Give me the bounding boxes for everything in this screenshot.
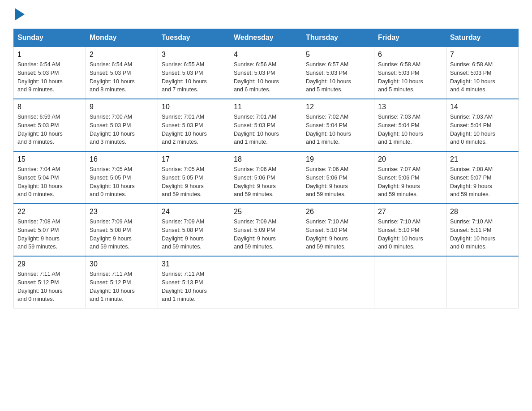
day-info: Sunrise: 6:57 AMSunset: 5:03 PMDaylight:… <box>306 60 370 94</box>
day-number: 24 <box>162 208 226 216</box>
day-number: 3 <box>162 51 226 59</box>
calendar-cell: 24 Sunrise: 7:09 AMSunset: 5:08 PMDaylig… <box>158 204 230 256</box>
logo <box>13 9 25 21</box>
day-info: Sunrise: 7:10 AMSunset: 5:10 PMDaylight:… <box>306 218 370 251</box>
calendar-cell <box>446 256 519 308</box>
day-number: 8 <box>17 103 82 111</box>
day-number: 19 <box>306 155 370 163</box>
day-info: Sunrise: 7:03 AMSunset: 5:04 PMDaylight:… <box>378 113 442 146</box>
day-number: 18 <box>234 155 298 163</box>
day-number: 25 <box>234 208 298 216</box>
day-number: 23 <box>90 208 154 216</box>
day-info: Sunrise: 7:05 AMSunset: 5:05 PMDaylight:… <box>90 165 154 199</box>
day-number: 27 <box>378 208 442 216</box>
header-thursday: Thursday <box>302 29 374 47</box>
calendar-cell: 25 Sunrise: 7:09 AMSunset: 5:09 PMDaylig… <box>230 204 302 256</box>
day-number: 14 <box>450 103 515 111</box>
calendar-cell: 16 Sunrise: 7:05 AMSunset: 5:05 PMDaylig… <box>86 151 158 204</box>
calendar-header-row: SundayMondayTuesdayWednesdayThursdayFrid… <box>14 29 519 47</box>
day-info: Sunrise: 6:58 AMSunset: 5:03 PMDaylight:… <box>450 60 515 94</box>
calendar-cell: 31 Sunrise: 7:11 AMSunset: 5:13 PMDaylig… <box>158 256 230 308</box>
calendar-cell: 23 Sunrise: 7:09 AMSunset: 5:08 PMDaylig… <box>86 204 158 256</box>
day-number: 6 <box>378 51 442 59</box>
header-friday: Friday <box>374 29 446 47</box>
day-number: 4 <box>234 51 298 59</box>
day-info: Sunrise: 7:03 AMSunset: 5:04 PMDaylight:… <box>450 113 515 146</box>
day-info: Sunrise: 6:54 AMSunset: 5:03 PMDaylight:… <box>17 60 82 94</box>
day-info: Sunrise: 6:58 AMSunset: 5:03 PMDaylight:… <box>378 60 442 94</box>
calendar-cell: 5 Sunrise: 6:57 AMSunset: 5:03 PMDayligh… <box>302 47 374 99</box>
calendar-cell: 27 Sunrise: 7:10 AMSunset: 5:10 PMDaylig… <box>374 204 446 256</box>
calendar-cell: 8 Sunrise: 6:59 AMSunset: 5:03 PMDayligh… <box>14 99 86 151</box>
day-number: 7 <box>450 51 515 59</box>
day-info: Sunrise: 6:59 AMSunset: 5:03 PMDaylight:… <box>17 113 82 146</box>
calendar-week-row: 1 Sunrise: 6:54 AMSunset: 5:03 PMDayligh… <box>14 47 519 99</box>
day-number: 16 <box>90 155 154 163</box>
header-wednesday: Wednesday <box>230 29 302 47</box>
day-info: Sunrise: 6:56 AMSunset: 5:03 PMDaylight:… <box>234 60 298 94</box>
header-sunday: Sunday <box>14 29 86 47</box>
calendar-cell: 17 Sunrise: 7:05 AMSunset: 5:05 PMDaylig… <box>158 151 230 204</box>
day-number: 30 <box>90 260 154 268</box>
day-number: 10 <box>162 103 226 111</box>
calendar-cell: 3 Sunrise: 6:55 AMSunset: 5:03 PMDayligh… <box>158 47 230 99</box>
day-info: Sunrise: 7:10 AMSunset: 5:11 PMDaylight:… <box>450 218 515 251</box>
calendar-cell: 12 Sunrise: 7:02 AMSunset: 5:04 PMDaylig… <box>302 99 374 151</box>
header-monday: Monday <box>86 29 158 47</box>
day-info: Sunrise: 7:07 AMSunset: 5:06 PMDaylight:… <box>378 165 442 199</box>
calendar-week-row: 15 Sunrise: 7:04 AMSunset: 5:04 PMDaylig… <box>14 151 519 204</box>
day-info: Sunrise: 7:09 AMSunset: 5:09 PMDaylight:… <box>234 218 298 251</box>
day-number: 21 <box>450 155 515 163</box>
day-number: 20 <box>378 155 442 163</box>
calendar-cell: 1 Sunrise: 6:54 AMSunset: 5:03 PMDayligh… <box>14 47 86 99</box>
calendar-cell: 11 Sunrise: 7:01 AMSunset: 5:03 PMDaylig… <box>230 99 302 151</box>
calendar-cell: 15 Sunrise: 7:04 AMSunset: 5:04 PMDaylig… <box>14 151 86 204</box>
day-info: Sunrise: 7:04 AMSunset: 5:04 PMDaylight:… <box>17 165 82 199</box>
calendar-cell: 19 Sunrise: 7:06 AMSunset: 5:06 PMDaylig… <box>302 151 374 204</box>
day-info: Sunrise: 7:11 AMSunset: 5:12 PMDaylight:… <box>90 270 154 304</box>
calendar-week-row: 29 Sunrise: 7:11 AMSunset: 5:12 PMDaylig… <box>14 256 519 308</box>
page-header <box>13 9 519 21</box>
day-number: 31 <box>162 260 226 268</box>
day-number: 13 <box>378 103 442 111</box>
calendar-week-row: 22 Sunrise: 7:08 AMSunset: 5:07 PMDaylig… <box>14 204 519 256</box>
calendar-cell: 18 Sunrise: 7:06 AMSunset: 5:06 PMDaylig… <box>230 151 302 204</box>
calendar-cell: 13 Sunrise: 7:03 AMSunset: 5:04 PMDaylig… <box>374 99 446 151</box>
logo-arrow-icon <box>15 8 25 21</box>
day-info: Sunrise: 6:54 AMSunset: 5:03 PMDaylight:… <box>90 60 154 94</box>
day-number: 11 <box>234 103 298 111</box>
calendar-cell: 26 Sunrise: 7:10 AMSunset: 5:10 PMDaylig… <box>302 204 374 256</box>
calendar-cell: 10 Sunrise: 7:01 AMSunset: 5:03 PMDaylig… <box>158 99 230 151</box>
header-saturday: Saturday <box>446 29 519 47</box>
calendar-week-row: 8 Sunrise: 6:59 AMSunset: 5:03 PMDayligh… <box>14 99 519 151</box>
calendar-cell: 21 Sunrise: 7:08 AMSunset: 5:07 PMDaylig… <box>446 151 519 204</box>
day-number: 12 <box>306 103 370 111</box>
calendar-cell: 7 Sunrise: 6:58 AMSunset: 5:03 PMDayligh… <box>446 47 519 99</box>
day-info: Sunrise: 7:09 AMSunset: 5:08 PMDaylight:… <box>90 218 154 251</box>
day-info: Sunrise: 7:09 AMSunset: 5:08 PMDaylight:… <box>162 218 226 251</box>
calendar-cell: 22 Sunrise: 7:08 AMSunset: 5:07 PMDaylig… <box>14 204 86 256</box>
day-info: Sunrise: 7:11 AMSunset: 5:12 PMDaylight:… <box>17 270 82 304</box>
calendar-cell <box>302 256 374 308</box>
day-info: Sunrise: 6:55 AMSunset: 5:03 PMDaylight:… <box>162 60 226 94</box>
calendar-cell: 9 Sunrise: 7:00 AMSunset: 5:03 PMDayligh… <box>86 99 158 151</box>
day-info: Sunrise: 7:00 AMSunset: 5:03 PMDaylight:… <box>90 113 154 146</box>
day-info: Sunrise: 7:01 AMSunset: 5:03 PMDaylight:… <box>234 113 298 146</box>
day-info: Sunrise: 7:06 AMSunset: 5:06 PMDaylight:… <box>234 165 298 199</box>
calendar-cell: 4 Sunrise: 6:56 AMSunset: 5:03 PMDayligh… <box>230 47 302 99</box>
calendar-table: SundayMondayTuesdayWednesdayThursdayFrid… <box>13 29 519 308</box>
day-number: 17 <box>162 155 226 163</box>
day-info: Sunrise: 7:05 AMSunset: 5:05 PMDaylight:… <box>162 165 226 199</box>
day-number: 22 <box>17 208 82 216</box>
day-info: Sunrise: 7:08 AMSunset: 5:07 PMDaylight:… <box>17 218 82 251</box>
day-number: 5 <box>306 51 370 59</box>
day-number: 15 <box>17 155 82 163</box>
calendar-cell: 28 Sunrise: 7:10 AMSunset: 5:11 PMDaylig… <box>446 204 519 256</box>
day-info: Sunrise: 7:06 AMSunset: 5:06 PMDaylight:… <box>306 165 370 199</box>
day-number: 9 <box>90 103 154 111</box>
calendar-cell: 20 Sunrise: 7:07 AMSunset: 5:06 PMDaylig… <box>374 151 446 204</box>
svg-marker-0 <box>15 8 25 21</box>
day-number: 2 <box>90 51 154 59</box>
day-number: 26 <box>306 208 370 216</box>
calendar-cell: 29 Sunrise: 7:11 AMSunset: 5:12 PMDaylig… <box>14 256 86 308</box>
